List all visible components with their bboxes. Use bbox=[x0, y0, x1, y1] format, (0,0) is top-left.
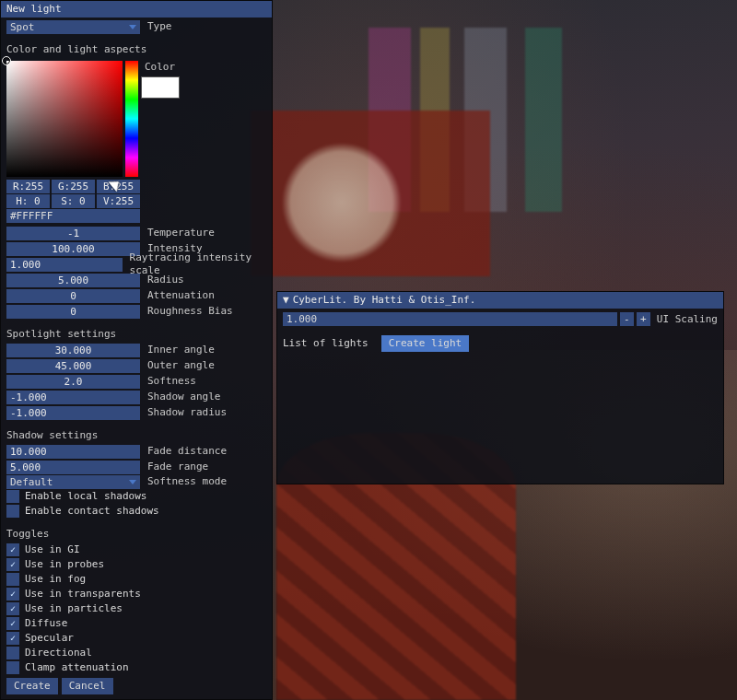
color-g-input[interactable]: G:255 bbox=[52, 180, 95, 193]
enable-local-shadows-label: Enable local shadows bbox=[25, 490, 146, 503]
spotlight-heading: Spotlight settings bbox=[1, 326, 272, 343]
color-section-heading: Color and light aspects bbox=[1, 41, 272, 58]
use-in-gi-checkbox[interactable]: ✓ bbox=[6, 543, 19, 556]
raytracing-intensity-scale-input[interactable]: 1.000 bbox=[6, 258, 123, 272]
attenuation-label: Attenuation bbox=[144, 289, 215, 302]
clamp-attenuation-label: Clamp attenuation bbox=[25, 661, 129, 674]
color-hex-input[interactable]: #FFFFFF bbox=[6, 209, 140, 223]
color-r-input[interactable]: R:255 bbox=[6, 180, 50, 193]
type-label: Type bbox=[144, 20, 172, 33]
color-v-input[interactable]: V:255 bbox=[97, 194, 140, 208]
shadow-angle-input[interactable]: -1.000 bbox=[6, 391, 140, 404]
cyberlit-title: CyberLit. By Hatti & Otis_Inf. bbox=[293, 294, 476, 306]
use-in-transparents-checkbox[interactable]: ✓ bbox=[6, 588, 19, 601]
new-light-panel: New light Spot Type Color and light aspe… bbox=[0, 0, 273, 700]
shadow-heading: Shadow settings bbox=[1, 427, 272, 444]
collapse-triangle-icon[interactable]: ▼ bbox=[283, 294, 289, 306]
color-swatch-label: Color bbox=[141, 58, 180, 74]
use-in-probes-label: Use in probes bbox=[25, 558, 104, 571]
cyberlit-panel: ▼CyberLit. By Hatti & Otis_Inf. 1.000 - … bbox=[276, 291, 724, 484]
cyberlit-titlebar[interactable]: ▼CyberLit. By Hatti & Otis_Inf. bbox=[277, 292, 723, 309]
cancel-button[interactable]: Cancel bbox=[62, 678, 113, 694]
softness-mode-value: Default bbox=[10, 475, 53, 489]
fade-distance-label: Fade distance bbox=[144, 445, 227, 458]
color-h-input[interactable]: H: 0 bbox=[6, 194, 50, 208]
panel-title[interactable]: New light bbox=[1, 1, 272, 18]
ui-scaling-plus[interactable]: + bbox=[637, 312, 650, 326]
fade-range-input[interactable]: 5.000 bbox=[6, 461, 140, 474]
softness-input[interactable]: 2.0 bbox=[6, 375, 140, 389]
roughness-bias-label: Roughness Bias bbox=[144, 305, 233, 318]
shadow-angle-label: Shadow angle bbox=[144, 391, 220, 403]
ui-scaling-minus[interactable]: - bbox=[620, 312, 634, 326]
directional-checkbox[interactable] bbox=[6, 647, 19, 659]
chevron-down-icon bbox=[129, 25, 136, 29]
list-of-lights-label: List of lights bbox=[283, 337, 368, 350]
shadow-radius-input[interactable]: -1.000 bbox=[6, 406, 140, 420]
color-sv-picker[interactable] bbox=[6, 61, 123, 177]
create-light-button[interactable]: Create light bbox=[381, 335, 469, 352]
toggles-heading: Toggles bbox=[1, 526, 272, 542]
radius-input[interactable]: 5.000 bbox=[6, 274, 140, 287]
color-picker-cursor bbox=[3, 57, 10, 64]
intensity-input[interactable]: 100.000 bbox=[6, 242, 140, 256]
chevron-down-icon bbox=[129, 480, 136, 484]
color-hue-strip[interactable] bbox=[125, 61, 138, 177]
roughness-bias-input[interactable]: 0 bbox=[6, 305, 140, 319]
outer-angle-input[interactable]: 45.000 bbox=[6, 359, 140, 373]
enable-local-shadows-checkbox[interactable] bbox=[6, 490, 19, 503]
softness-mode-label: Softness mode bbox=[144, 475, 227, 488]
radius-label: Radius bbox=[144, 274, 184, 286]
clamp-attenuation-checkbox[interactable] bbox=[6, 661, 19, 674]
ui-scaling-input[interactable]: 1.000 bbox=[283, 312, 617, 326]
inner-angle-input[interactable]: 30.000 bbox=[6, 344, 140, 357]
use-in-particles-label: Use in particles bbox=[25, 602, 123, 615]
inner-angle-label: Inner angle bbox=[144, 344, 215, 356]
color-s-input[interactable]: S: 0 bbox=[52, 194, 95, 208]
create-button[interactable]: Create bbox=[6, 678, 58, 694]
use-in-probes-checkbox[interactable]: ✓ bbox=[6, 558, 19, 571]
attenuation-input[interactable]: 0 bbox=[6, 289, 140, 303]
type-dropdown[interactable]: Spot bbox=[6, 20, 140, 34]
use-in-transparents-label: Use in transparents bbox=[25, 588, 141, 601]
softness-mode-dropdown[interactable]: Default bbox=[6, 475, 140, 489]
diffuse-checkbox[interactable]: ✓ bbox=[6, 617, 19, 630]
enable-contact-shadows-label: Enable contact shadows bbox=[25, 505, 159, 518]
specular-label: Specular bbox=[25, 632, 74, 645]
fade-distance-input[interactable]: 10.000 bbox=[6, 445, 140, 459]
temperature-input[interactable]: -1 bbox=[6, 227, 140, 240]
fade-range-label: Fade range bbox=[144, 461, 208, 473]
specular-checkbox[interactable]: ✓ bbox=[6, 632, 19, 645]
softness-label: Softness bbox=[144, 375, 196, 388]
directional-label: Directional bbox=[25, 647, 92, 659]
enable-contact-shadows-checkbox[interactable] bbox=[6, 505, 19, 518]
color-swatch[interactable] bbox=[141, 76, 180, 99]
ui-scaling-label: UI Scaling bbox=[653, 313, 718, 326]
outer-angle-label: Outer angle bbox=[144, 359, 215, 372]
diffuse-label: Diffuse bbox=[25, 617, 67, 630]
use-in-fog-checkbox[interactable] bbox=[6, 573, 19, 586]
temperature-label: Temperature bbox=[144, 227, 215, 239]
use-in-particles-checkbox[interactable]: ✓ bbox=[6, 602, 19, 615]
shadow-radius-label: Shadow radius bbox=[144, 406, 227, 419]
use-in-gi-label: Use in GI bbox=[25, 543, 80, 556]
type-dropdown-value: Spot bbox=[10, 20, 35, 34]
use-in-fog-label: Use in fog bbox=[25, 573, 86, 586]
